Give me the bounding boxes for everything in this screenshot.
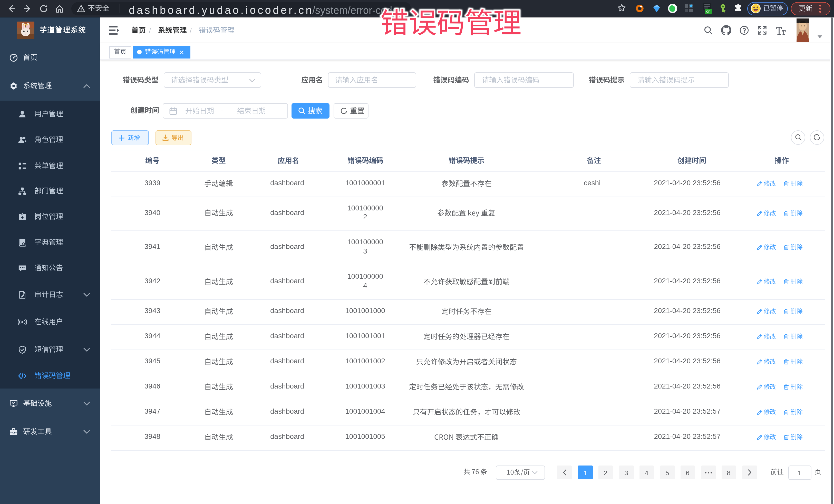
svg-text:on: on [706, 9, 710, 13]
